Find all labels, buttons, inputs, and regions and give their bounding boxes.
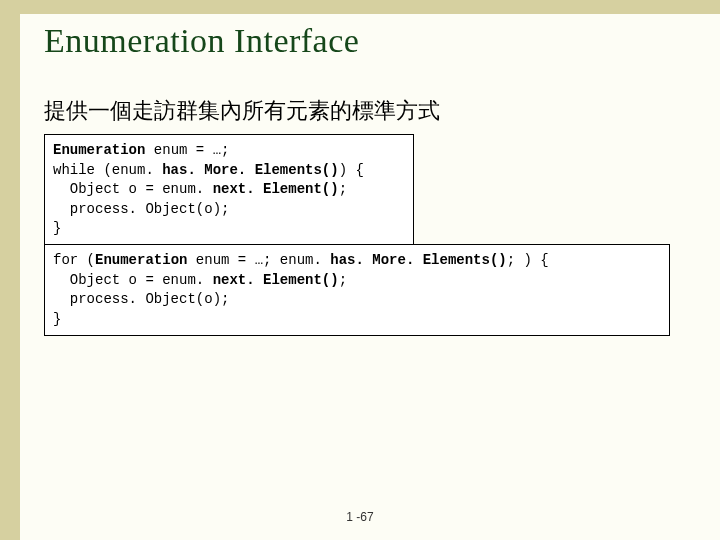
code-keyword: Enumeration <box>95 252 187 268</box>
code-text: for ( <box>53 252 95 268</box>
code-block-for: for (Enumeration enum = …; enum. has. Mo… <box>44 244 670 336</box>
code-text: Object o = enum. <box>53 181 213 197</box>
code-text: enum = …; <box>145 142 229 158</box>
slide-title: Enumeration Interface <box>44 22 359 60</box>
code-text: ; ) { <box>507 252 549 268</box>
code-keyword: Enumeration <box>53 142 145 158</box>
code-text: enum = …; enum. <box>187 252 330 268</box>
code-text: process. Object(o); <box>53 201 229 217</box>
code-text: Object o = enum. <box>53 272 213 288</box>
page-number: 1 -67 <box>0 510 720 524</box>
code-text: ) { <box>339 162 364 178</box>
code-text: ; <box>339 181 347 197</box>
code-block-while: Enumeration enum = …; while (enum. has. … <box>44 134 414 246</box>
code-method: has. More. Elements() <box>162 162 338 178</box>
code-text: while (enum. <box>53 162 162 178</box>
slide-subtitle: 提供一個走訪群集內所有元素的標準方式 <box>44 96 440 126</box>
code-text: } <box>53 220 61 236</box>
decor-left-band <box>0 0 20 540</box>
code-method: next. Element() <box>213 272 339 288</box>
code-text: process. Object(o); <box>53 291 229 307</box>
code-method: next. Element() <box>213 181 339 197</box>
decor-top-band <box>0 0 720 14</box>
code-text: } <box>53 311 61 327</box>
code-method: has. More. Elements() <box>330 252 506 268</box>
code-text: ; <box>339 272 347 288</box>
